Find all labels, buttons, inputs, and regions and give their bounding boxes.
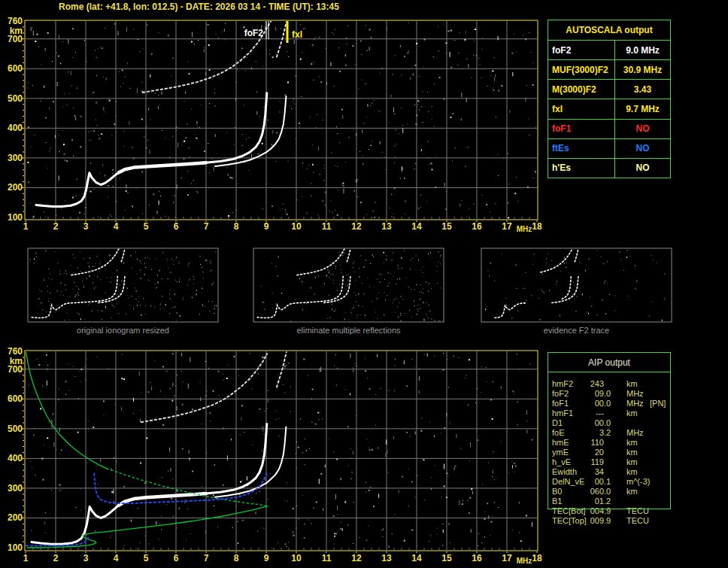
thumbnail-trace bbox=[552, 277, 578, 303]
autoscala-param-label: foF1 bbox=[548, 120, 615, 138]
svg-text:200: 200 bbox=[8, 512, 23, 523]
aip-param-note: [PN] bbox=[650, 399, 666, 409]
aip-row-b0: B0060.0km bbox=[548, 487, 671, 497]
svg-text:5: 5 bbox=[144, 221, 149, 232]
thumbnail-trace bbox=[562, 275, 571, 299]
svg-text:MHz: MHz bbox=[517, 225, 532, 233]
svg-text:500: 500 bbox=[8, 93, 23, 104]
foF2-marker: foF2 bbox=[244, 21, 268, 39]
aip-param-unit: MHz bbox=[626, 389, 644, 399]
svg-text:fxI: fxI bbox=[292, 29, 302, 40]
aip-param-value-frac: .0 bbox=[604, 418, 611, 428]
autoscala-row-m3000f2: M(3000)F23.43 bbox=[548, 79, 670, 99]
second-hop-trace bbox=[141, 354, 267, 422]
autoscala-param-value: NO bbox=[615, 120, 670, 138]
axis-frame bbox=[22, 20, 538, 222]
autoscala-param-label: ftEs bbox=[548, 139, 615, 158]
svg-text:16: 16 bbox=[472, 553, 482, 563]
thumbnail-trace bbox=[71, 248, 119, 275]
svg-text:300: 300 bbox=[8, 483, 23, 494]
svg-text:1: 1 bbox=[23, 553, 29, 563]
aip-param-value-frac: .0 bbox=[604, 487, 611, 497]
svg-text:100: 100 bbox=[8, 542, 23, 553]
autoscala-output-table: AUTOSCALA output foF29.0 MHzMUF(3000)F23… bbox=[548, 20, 671, 178]
autoscala-row-fof1: foF1NO bbox=[548, 119, 670, 138]
svg-text:400: 400 bbox=[8, 123, 23, 133]
thumbnail-label-eliminate: eliminate multiple reflections bbox=[253, 326, 444, 335]
aip-row-fof1: foF100.0MHz[PN] bbox=[548, 399, 671, 409]
autoscala-param-value: 9.7 MHz bbox=[615, 99, 670, 118]
svg-text:500: 500 bbox=[8, 424, 23, 434]
aip-param-unit: TECU bbox=[626, 516, 649, 526]
autoscala-table-title: AUTOSCALA output bbox=[548, 20, 670, 41]
autoscala-param-value: 9.0 MHz bbox=[615, 41, 670, 59]
autoscala-param-label: foF2 bbox=[548, 41, 615, 59]
fxI-marker: fxI bbox=[287, 21, 302, 43]
svg-text:9: 9 bbox=[264, 553, 269, 563]
ionogram-trace bbox=[36, 93, 267, 207]
svg-text:9: 9 bbox=[264, 221, 269, 232]
aip-param-value-frac: .0 bbox=[604, 389, 611, 399]
aip-param-value: 01 bbox=[561, 497, 604, 506]
autoscala-param-value: 3.43 bbox=[615, 80, 670, 99]
aip-param-value: 060 bbox=[561, 487, 604, 497]
svg-text:foF2: foF2 bbox=[244, 28, 264, 38]
noise-speckles bbox=[29, 353, 533, 548]
svg-text:6: 6 bbox=[174, 553, 179, 563]
axis-frame bbox=[22, 351, 538, 553]
svg-text:10: 10 bbox=[291, 221, 302, 232]
svg-text:11: 11 bbox=[322, 221, 332, 232]
aip-param-value: 3 bbox=[561, 428, 604, 438]
aip-row-delnve: DelN_vE00.1m^(-3) bbox=[548, 477, 671, 487]
aip-param-value-frac: .9 bbox=[604, 506, 611, 516]
svg-text:3: 3 bbox=[83, 221, 89, 232]
svg-text:100: 100 bbox=[8, 212, 23, 223]
aip-param-value: 119 bbox=[561, 457, 604, 467]
axis-labels: 100200300400500600700760km12345678910111… bbox=[8, 346, 542, 565]
electron-density-profile-topside bbox=[26, 353, 107, 469]
svg-text:400: 400 bbox=[8, 453, 23, 463]
thumbnail-trace bbox=[575, 248, 578, 261]
autoscala-row-hes: h'EsNO bbox=[548, 158, 670, 178]
thumbnail-label-original: original ionogram resized bbox=[28, 326, 218, 335]
thumbnail-evidence-f2-trace bbox=[481, 248, 672, 322]
aip-row-ewidth: Ewidth34km bbox=[548, 467, 671, 477]
thumbnail-trace bbox=[297, 248, 344, 275]
svg-text:8: 8 bbox=[234, 553, 239, 563]
second-hop-x-branch bbox=[277, 22, 287, 56]
x-mode-branch bbox=[215, 96, 286, 166]
svg-text:km: km bbox=[10, 356, 23, 366]
autoscala-param-value: 30.9 MHz bbox=[615, 60, 670, 79]
svg-text:7: 7 bbox=[204, 221, 209, 232]
aip-param-unit: m^(-3) bbox=[626, 477, 650, 487]
aip-param-value: 00 bbox=[561, 477, 604, 487]
autoscala-row-ftes: ftEsNO bbox=[548, 138, 670, 158]
svg-text:13: 13 bbox=[381, 553, 392, 563]
autoscala-param-label: M(3000)F2 bbox=[548, 80, 615, 99]
aip-row-b1: B101.2 bbox=[548, 497, 671, 506]
top-ionogram-chart: 100200300400500600700760km12345678910111… bbox=[8, 16, 542, 233]
svg-text:km: km bbox=[10, 26, 23, 36]
aip-param-value: 00 bbox=[561, 399, 604, 409]
svg-text:17: 17 bbox=[502, 221, 512, 232]
thumbnail-eliminate-reflections bbox=[253, 248, 444, 322]
aip-param-unit: km bbox=[626, 379, 638, 389]
aip-param-unit: km bbox=[626, 409, 638, 418]
aip-param-value-frac: .2 bbox=[604, 428, 611, 438]
thumbnail-trace bbox=[121, 248, 125, 261]
bottom-ionogram-chart: 100200300400500600700760km12345678910111… bbox=[8, 346, 542, 565]
svg-text:7: 7 bbox=[204, 553, 209, 563]
autoscala-param-value: NO bbox=[615, 139, 670, 158]
svg-text:600: 600 bbox=[8, 393, 23, 404]
aip-param-value: --- bbox=[561, 409, 604, 418]
svg-text:2: 2 bbox=[53, 553, 59, 563]
autoscala-param-value: NO bbox=[615, 159, 670, 178]
svg-text:760: 760 bbox=[8, 16, 23, 26]
electron-density-profile-bottomside bbox=[27, 506, 268, 548]
aip-row-fof2: foF209.0MHz bbox=[548, 389, 671, 399]
aip-output-table: AIP output hmF2243kmfoF209.0MHzfoF100.0M… bbox=[548, 352, 671, 536]
aip-param-value: 009 bbox=[561, 516, 604, 526]
svg-text:600: 600 bbox=[8, 63, 23, 74]
svg-text:2: 2 bbox=[53, 221, 59, 232]
svg-text:3: 3 bbox=[83, 553, 89, 563]
